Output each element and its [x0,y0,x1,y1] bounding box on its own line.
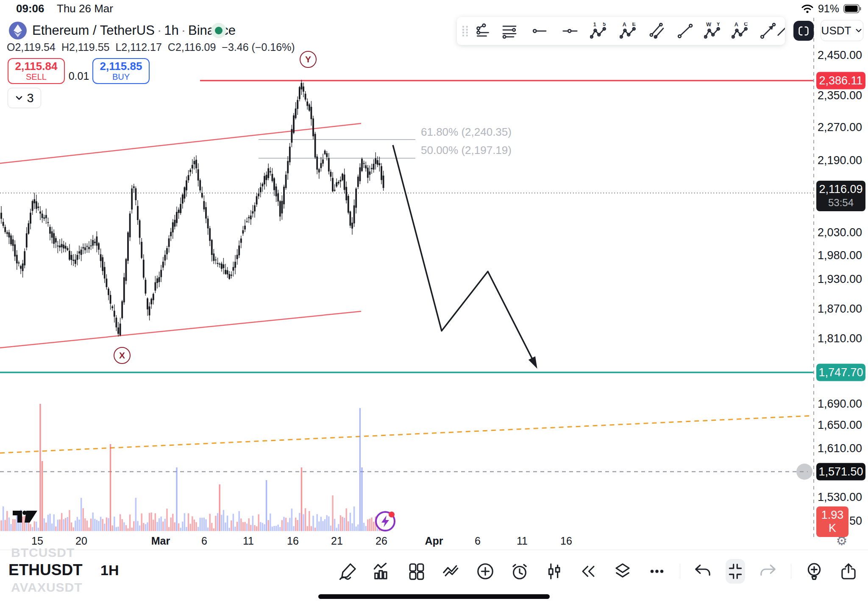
alerts-button[interactable] [510,561,529,582]
patterns-button[interactable] [441,561,461,582]
symbol-wheel-next[interactable]: AVAXUSDT [11,580,83,595]
ideas-button[interactable] [804,561,824,582]
fib-level-label: 61.80% (2,240.35) [421,126,512,139]
drawing-price-label: 1,571.50 [816,463,865,481]
buy-button[interactable]: 2,115.85 BUY [92,58,150,84]
object-count-dropdown[interactable]: 3 [8,88,41,108]
tradingview-logo [13,507,37,524]
draw-button[interactable] [338,561,358,582]
high-label: H [61,41,69,53]
quantity-value[interactable]: 0.01 [66,70,92,82]
volume-value-label: 1.93 K [816,506,849,537]
pattern-wy-tool-icon[interactable]: WY [704,22,721,39]
close-value: 2,116.09 [175,41,216,53]
change-value: −3.46 (−0.16%) [222,41,295,53]
svg-text:W: W [706,22,711,28]
buy-label: BUY [112,73,130,81]
add-button[interactable] [476,561,495,582]
price-tick: 2,030.00 [818,226,862,239]
horizontal-ray-tool-icon[interactable] [531,22,548,39]
time-tick: Mar [151,535,170,547]
toolbar-divider [791,564,791,579]
svg-text:A: A [734,22,738,28]
chart-type-button[interactable] [544,561,564,582]
time-tick: 6 [201,535,207,547]
wave-marker-x[interactable]: X [114,347,131,364]
time-tick: 16 [287,535,299,547]
symbol-title[interactable]: Ethereum / TetherUS·1h·Binance [32,23,236,38]
time-tick: 11 [243,535,254,547]
price-tick: 1,810.00 [818,332,862,345]
chevron-down-icon [15,94,23,102]
elliott-impulse-wave-icon[interactable]: 15 [590,22,607,39]
price-tick: 1,930.00 [818,273,862,286]
svg-text:1: 1 [593,22,596,28]
layouts-button[interactable] [407,561,426,582]
status-bar: 09:06 Thu 26 Mar 91% [0,0,868,17]
price-tick: 2,450.00 [818,49,862,62]
support-price-label: 1,747.70 [816,364,865,381]
fullscreen-button[interactable] [793,21,814,41]
price-tick: 2,190.00 [818,154,862,167]
tradingview-app: 09:06 Thu 26 Mar 91% [0,0,868,604]
price-tick: 2,270.00 [818,121,862,134]
symbol-name: Ethereum / TetherUS [32,23,155,38]
wifi-icon [801,3,814,14]
wave-marker-y[interactable]: Y [300,51,317,68]
buy-price: 2,115.85 [100,61,142,72]
partial-tool-icon[interactable] [772,22,785,39]
sell-button[interactable]: 2,115.84 SELL [8,58,65,84]
trend-line-tool-icon[interactable] [676,22,693,39]
market-open-indicator [211,23,226,38]
price-tick: 2,350.00 [818,89,862,102]
symbol-wheel-prev[interactable]: BTCUSDT [11,545,75,560]
svg-text:5: 5 [603,22,606,27]
status-date: Thu 26 Mar [57,2,113,15]
parallel-lines-tool-icon[interactable] [501,22,518,39]
pattern-ac-tool-icon[interactable]: AC [732,22,748,39]
layers-button[interactable] [613,561,632,582]
polyline-tool-icon[interactable] [475,22,492,39]
price-tick: 1,530.00 [818,491,862,504]
share-button[interactable] [839,561,858,582]
undo-button[interactable] [693,561,713,582]
redo-button[interactable] [758,561,777,582]
collapse-button[interactable] [726,559,745,584]
svg-text:A: A [623,22,626,28]
parallel-channel-tool-icon[interactable] [648,22,665,39]
home-indicator[interactable] [318,594,550,599]
price-axis[interactable]: 2,450.002,350.002,270.002,190.002,030.00… [814,17,868,538]
partial-price-tick: 50 [849,515,862,528]
flash-trade-icon[interactable] [374,510,397,533]
bottom-separator [0,550,868,550]
eth-logo-icon [9,22,27,39]
battery-percent: 91% [818,3,839,15]
replay-button[interactable] [579,561,598,582]
time-tick: 21 [331,535,343,547]
title-separator: · [155,23,164,38]
price-tick: 1,610.00 [818,442,862,455]
price-tick: 1,980.00 [818,249,862,262]
horizontal-line-tool-icon[interactable] [562,22,579,39]
symbol-wheel-current[interactable]: ETHUSDT [8,561,83,579]
battery-icon [843,4,861,13]
svg-text:E: E [632,22,636,27]
interval-button[interactable]: 1H [100,562,119,579]
high-value: 2,119.55 [69,41,109,53]
bottom-toolbar [331,556,865,586]
resistance-price-label: 2,386.11 [816,72,865,89]
time-tick: Apr [425,535,443,547]
interval-label: 1h [164,23,178,38]
svg-text:C: C [744,22,748,27]
more-button[interactable] [647,561,667,582]
drawing-toolbar: 15AEWYAC [457,17,785,45]
time-axis[interactable]: 1520Mar611162126Apr61116 [0,533,814,550]
toolbar-divider [680,564,680,579]
low-value: 2,112.17 [121,41,161,53]
chart-canvas[interactable] [0,0,868,604]
indicators-button[interactable] [373,561,392,582]
drag-handle-icon[interactable] [457,22,474,39]
last-price-label: 2,116.0953:54 [816,181,865,211]
title-separator: · [179,23,188,38]
elliott-wave-ae-icon[interactable]: AE [620,22,637,39]
